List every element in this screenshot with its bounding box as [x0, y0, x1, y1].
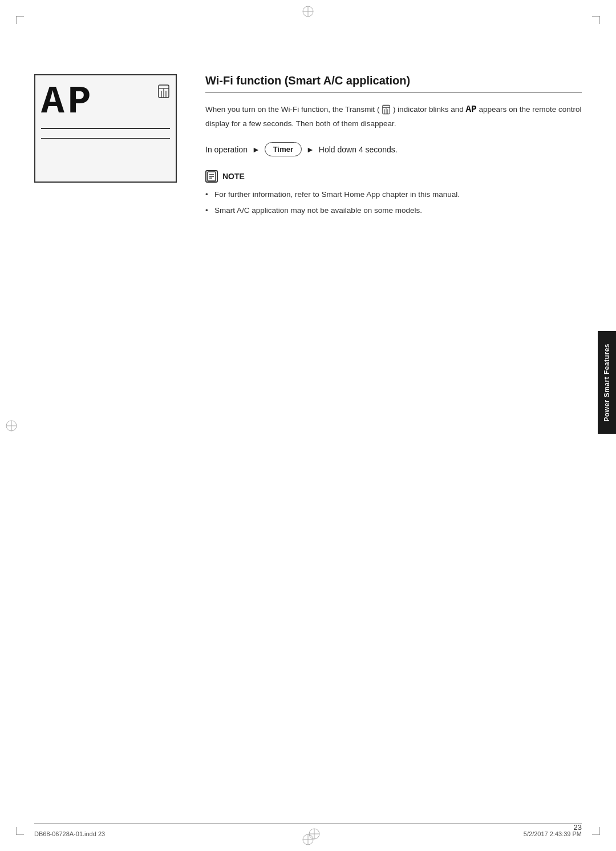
note-box: NOTE For further information, refer to S… [205, 170, 582, 216]
operation-line: In operation ► Timer ► Hold down 4 secon… [205, 142, 582, 156]
reg-mark-top [301, 5, 315, 18]
arrow-icon-1: ► [252, 145, 260, 154]
footer-reg-mark [307, 827, 321, 841]
reg-mark-left [5, 419, 18, 433]
sidebar-tab-label: Power Smart Features [603, 344, 611, 422]
lcd-wifi-icon [157, 84, 170, 102]
footer-right: 5/2/2017 2:43:39 PM [524, 830, 582, 837]
note-header: NOTE [205, 170, 582, 183]
note-item-2: Smart A/C application may not be availab… [205, 204, 582, 217]
arrow-icon-2: ► [306, 145, 314, 154]
ap-inline: AP [465, 104, 476, 115]
note-list: For further information, refer to Smart … [205, 188, 582, 216]
lcd-top-area: AP [41, 81, 170, 123]
lcd-blank-line [41, 138, 170, 139]
page-footer: DB68-06728A-01.indd 23 5/2/2017 2:43:39 … [34, 823, 582, 841]
note-label: NOTE [222, 172, 245, 181]
lcd-display: AP [34, 74, 177, 183]
lcd-bottom-area [41, 134, 170, 176]
hold-down-text: Hold down 4 seconds. [319, 145, 398, 154]
corner-mark-tl [16, 16, 24, 24]
corner-mark-br [592, 827, 600, 835]
operation-label: In operation [205, 145, 248, 154]
right-panel: Wi-Fi function (Smart A/C application) W… [205, 74, 582, 228]
lcd-divider [41, 128, 170, 129]
section-title: Wi-Fi function (Smart A/C application) [205, 74, 582, 92]
corner-mark-bl [16, 827, 24, 835]
timer-button[interactable]: Timer [265, 142, 302, 156]
left-panel: AP [34, 74, 194, 183]
note-item-1: For further information, refer to Smart … [205, 188, 582, 201]
note-icon [205, 170, 218, 183]
corner-mark-tr [592, 16, 600, 24]
footer-left: DB68-06728A-01.indd 23 [34, 830, 105, 837]
lcd-ap-text: AP [41, 83, 95, 122]
sidebar-tab: Power Smart Features [598, 331, 616, 434]
main-content: AP Wi-Fi function (Smart A/ [34, 74, 582, 817]
section-body: When you turn on the Wi-Fi function, the… [205, 103, 582, 130]
